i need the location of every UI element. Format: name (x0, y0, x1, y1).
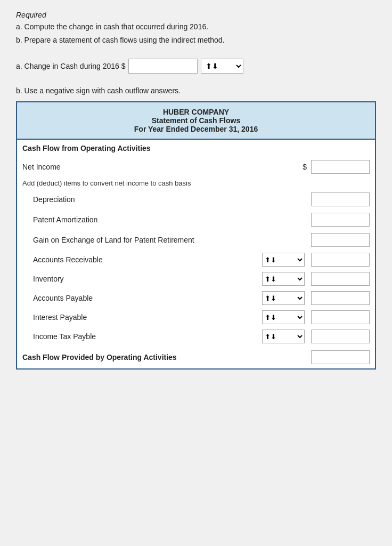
gain-exchange-input[interactable] (311, 233, 370, 247)
income-tax-payable-controls: ⬆⬇ Increase Decrease (259, 330, 370, 343)
accounts-receivable-row: Accounts Receivable ⬆⬇ Increase Decrease (17, 250, 375, 269)
gain-exchange-row: Gain on Exchange of Land for Patent Reti… (17, 230, 375, 250)
change-in-cash-select[interactable]: ⬆⬇ Increase Decrease (201, 59, 243, 74)
statement-date: For Year Ended December 31, 2016 (21, 125, 371, 133)
interest-payable-input[interactable] (311, 310, 370, 324)
accounts-receivable-input[interactable] (311, 253, 370, 267)
accounts-payable-input[interactable] (311, 291, 370, 305)
instructions: a. Compute the change in cash that occur… (16, 21, 376, 46)
section-a-label: a. Change in Cash during 2016 $ (16, 62, 125, 70)
patent-amortization-input[interactable] (311, 213, 370, 227)
section-a: a. Change in Cash during 2016 $ ⬆⬇ Incre… (16, 59, 376, 74)
cash-flow-operating-label: Cash Flow Provided by Operating Activiti… (22, 353, 177, 362)
depreciation-row: Depreciation (17, 189, 375, 210)
cash-flow-operating-input[interactable] (311, 350, 370, 364)
interest-payable-select[interactable]: ⬆⬇ Increase Decrease (262, 310, 305, 324)
interest-payable-label: Interest Payable (22, 313, 259, 322)
instruction-b: b. Prepare a statement of cash flows usi… (16, 35, 376, 46)
dollar-sign: $ (303, 163, 307, 171)
net-income-input[interactable] (311, 160, 370, 174)
operating-header-label: Cash Flow from Operating Activities (22, 144, 151, 152)
company-name: HUBER COMPANY (21, 108, 371, 116)
income-tax-payable-label: Income Tax Payble (22, 332, 259, 341)
depreciation-label: Depreciation (22, 195, 308, 204)
required-label: Required (16, 11, 376, 19)
add-deduct-label: Add (deduct) items to convert net income… (17, 177, 375, 189)
accounts-receivable-select[interactable]: ⬆⬇ Increase Decrease (262, 253, 305, 267)
table-body: Cash Flow from Operating Activities Net … (17, 140, 375, 368)
inventory-input[interactable] (311, 272, 370, 286)
inventory-row: Inventory ⬆⬇ Increase Decrease (17, 269, 375, 288)
patent-amortization-row: Patent Amortization (17, 210, 375, 230)
gain-exchange-label: Gain on Exchange of Land for Patent Reti… (22, 236, 308, 244)
accounts-payable-controls: ⬆⬇ Increase Decrease (259, 291, 370, 305)
patent-amortization-label: Patent Amortization (22, 215, 308, 224)
inventory-select[interactable]: ⬆⬇ Increase Decrease (262, 272, 305, 286)
interest-payable-controls: ⬆⬇ Increase Decrease (259, 310, 370, 324)
inventory-label: Inventory (22, 275, 259, 283)
instruction-a: a. Compute the change in cash that occur… (16, 21, 376, 33)
statement-table: HUBER COMPANY Statement of Cash Flows Fo… (16, 101, 376, 370)
accounts-receivable-label: Accounts Receivable (22, 255, 259, 264)
net-income-row: Net Income $ (17, 157, 375, 177)
net-income-label: Net Income (22, 163, 61, 171)
operating-activities-header: Cash Flow from Operating Activities (17, 140, 375, 157)
income-tax-payable-row: Income Tax Payble ⬆⬇ Increase Decrease (17, 327, 375, 346)
accounts-payable-label: Accounts Payable (22, 294, 259, 302)
accounts-payable-select[interactable]: ⬆⬇ Increase Decrease (262, 291, 305, 305)
income-tax-payable-select[interactable]: ⬆⬇ Increase Decrease (262, 330, 305, 343)
inventory-controls: ⬆⬇ Increase Decrease (259, 272, 370, 286)
accounts-receivable-controls: ⬆⬇ Increase Decrease (259, 253, 370, 267)
net-income-right: $ (299, 160, 370, 174)
table-header: HUBER COMPANY Statement of Cash Flows Fo… (17, 102, 375, 140)
cash-flow-operating-row: Cash Flow Provided by Operating Activiti… (17, 346, 375, 368)
income-tax-payable-input[interactable] (311, 330, 370, 343)
depreciation-input[interactable] (311, 192, 370, 206)
accounts-payable-row: Accounts Payable ⬆⬇ Increase Decrease (17, 288, 375, 308)
interest-payable-row: Interest Payable ⬆⬇ Increase Decrease (17, 308, 375, 327)
section-b-label: b. Use a negative sign with cash outflow… (16, 86, 376, 95)
statement-title: Statement of Cash Flows (21, 116, 371, 125)
change-in-cash-input[interactable] (128, 59, 198, 74)
